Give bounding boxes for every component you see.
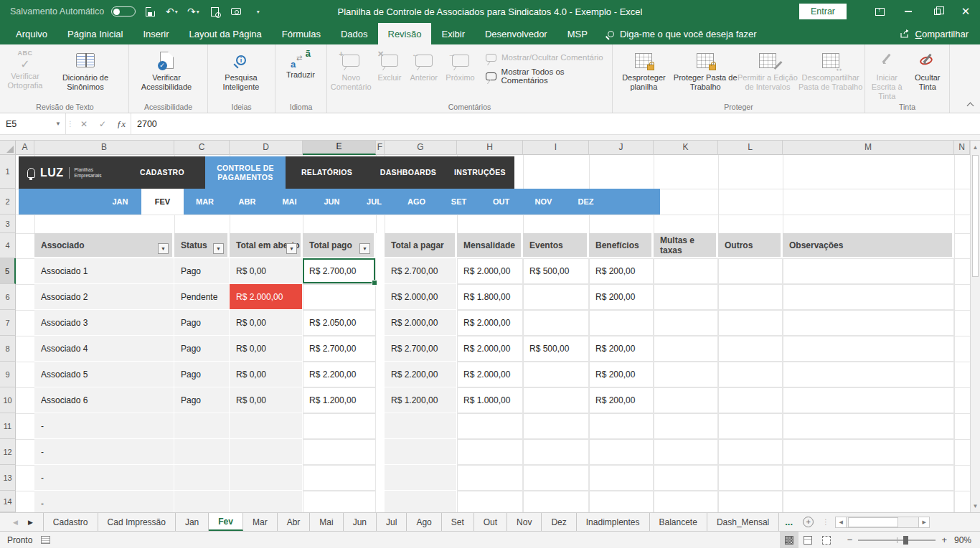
table-cell[interactable] <box>654 258 718 284</box>
collapse-ribbon-button[interactable] <box>968 44 980 113</box>
column-header-e[interactable]: E <box>303 141 376 155</box>
ribbon-display-options-button[interactable] <box>865 0 894 23</box>
sheet-tab[interactable]: Cad Impressão <box>98 513 176 531</box>
table-cell[interactable] <box>718 362 783 387</box>
table-cell[interactable]: R$ 2.000,00 <box>457 362 523 387</box>
table-cell[interactable] <box>654 310 718 336</box>
table-cell[interactable] <box>589 491 654 512</box>
table-cell[interactable]: R$ 500,00 <box>523 336 589 362</box>
menu-tab[interactable]: Arquivo <box>6 23 57 44</box>
zoom-out-button[interactable]: − <box>847 534 853 545</box>
row-header-3[interactable]: 3 <box>0 215 16 233</box>
table-cell[interactable] <box>457 491 523 512</box>
table-cell[interactable] <box>654 284 718 310</box>
sheet-tab[interactable]: Nov <box>507 513 542 531</box>
table-cell[interactable] <box>718 413 783 439</box>
table-cell[interactable]: R$ 2.000,00 <box>385 310 457 336</box>
sheet-tab[interactable]: Abr <box>278 513 311 531</box>
redo-button[interactable]: ↷▾ <box>186 4 200 19</box>
row-header-9[interactable]: 9 <box>0 362 16 387</box>
table-cell[interactable]: Associado 6 <box>34 387 174 413</box>
table-cell[interactable] <box>523 465 589 491</box>
table-cell[interactable] <box>174 465 230 491</box>
iniciar-escrita-tinta-button[interactable]: Iniciar Escrita à Tinta <box>867 46 908 102</box>
vertical-scrollbar[interactable]: ▲ ▼ <box>970 141 980 512</box>
table-cell[interactable]: R$ 200,00 <box>589 387 654 413</box>
sheet-tab[interactable]: Dash_Mensal <box>707 513 779 531</box>
table-cell[interactable]: Pago <box>174 387 230 413</box>
table-cell[interactable] <box>718 258 783 284</box>
month-tab[interactable]: ABR <box>226 189 268 215</box>
insert-function-button[interactable]: ƒx <box>112 113 131 134</box>
table-cell[interactable]: - <box>34 465 174 491</box>
table-cell[interactable] <box>783 413 954 439</box>
table-cell[interactable]: R$ 2.000,00 <box>457 310 523 336</box>
table-cell[interactable] <box>230 413 303 439</box>
column-header-i[interactable]: I <box>523 141 589 155</box>
table-cell[interactable] <box>783 310 954 336</box>
month-tab[interactable]: JUL <box>353 189 395 215</box>
scroll-up-icon[interactable]: ▲ <box>971 141 980 154</box>
table-cell[interactable]: R$ 0,00 <box>230 387 303 413</box>
row-header-8[interactable]: 8 <box>0 336 16 362</box>
filter-dropdown-icon[interactable]: ▼ <box>213 243 224 254</box>
column-header-j[interactable]: J <box>589 141 654 155</box>
share-button[interactable]: Compartilhar <box>900 23 980 44</box>
table-cell[interactable] <box>783 284 954 310</box>
cancel-button[interactable]: ✕ <box>75 113 93 134</box>
table-cell[interactable] <box>654 465 718 491</box>
table-cell[interactable] <box>523 362 589 387</box>
table-cell[interactable]: R$ 2.000,00 <box>230 284 303 310</box>
close-button[interactable]: ✕ <box>951 0 980 23</box>
row-header-12[interactable]: 12 <box>0 439 16 465</box>
table-cell[interactable]: R$ 2.000,00 <box>385 284 457 310</box>
table-cell[interactable]: Associado 5 <box>34 362 174 387</box>
name-box[interactable]: E5 ▼ <box>0 113 66 134</box>
scroll-left-icon[interactable]: ◀ <box>835 517 847 528</box>
row-header-10[interactable]: 10 <box>0 387 16 413</box>
table-cell[interactable]: R$ 2.000,00 <box>457 258 523 284</box>
customize-qat-button[interactable]: ▾ <box>250 4 265 19</box>
menu-tab[interactable]: Revisão <box>378 23 432 44</box>
table-cell[interactable] <box>174 439 230 465</box>
undo-button[interactable]: ↶▾ <box>164 4 179 19</box>
restore-button[interactable] <box>923 0 951 23</box>
table-cell[interactable]: R$ 200,00 <box>589 284 654 310</box>
pesquisa-inteligente-button[interactable]: i Pesquisa Inteligente <box>209 46 273 102</box>
sheet-tab[interactable]: Ago <box>407 513 441 531</box>
table-cell[interactable]: Pago <box>174 310 230 336</box>
column-header-g[interactable]: G <box>385 141 457 155</box>
row-header-6[interactable]: 6 <box>0 284 16 310</box>
month-tab[interactable]: OUT <box>480 189 522 215</box>
formula-input[interactable]: 2700 <box>131 113 980 134</box>
camera-button[interactable] <box>229 4 243 19</box>
mostrar-todos-comentarios-toggle[interactable]: Mostrar Todos os Comentários <box>486 67 611 85</box>
table-cell[interactable] <box>523 413 589 439</box>
tell-me-search[interactable]: Diga-me o que você deseja fazer <box>608 23 757 44</box>
table-cell[interactable] <box>783 362 954 387</box>
workbook-tab-cadastro[interactable]: CADASTRO <box>119 156 205 189</box>
sheet-tab[interactable]: Jan <box>176 513 209 531</box>
vertical-scroll-thumb[interactable] <box>972 155 979 277</box>
table-cell[interactable] <box>230 491 303 512</box>
table-cell[interactable] <box>303 465 376 491</box>
workbook-tab-controle-de-pagamentos[interactable]: CONTROLE DE PAGAMENTOS <box>205 156 286 189</box>
sheet-tab[interactable]: Cadastro <box>44 513 98 531</box>
table-cell[interactable] <box>783 387 954 413</box>
table-cell[interactable]: Pago <box>174 362 230 387</box>
column-header-l[interactable]: L <box>718 141 783 155</box>
column-header-c[interactable]: C <box>174 141 230 155</box>
table-cell[interactable] <box>457 439 523 465</box>
permitir-edicao-intervalos-button[interactable]: Permitir a Edição de Intervalos <box>738 46 798 102</box>
table-cell[interactable] <box>783 336 954 362</box>
print-preview-button[interactable] <box>207 4 222 19</box>
sheet-tab[interactable]: Mar <box>243 513 278 531</box>
month-tab[interactable]: SET <box>438 189 480 215</box>
column-header-d[interactable]: D <box>230 141 303 155</box>
row-header-14[interactable]: 14 <box>0 491 16 512</box>
autosave-toggle[interactable] <box>111 6 136 17</box>
table-cell[interactable] <box>303 439 376 465</box>
table-cell[interactable] <box>589 439 654 465</box>
table-cell[interactable]: R$ 200,00 <box>589 258 654 284</box>
column-header-m[interactable]: M <box>783 141 954 155</box>
